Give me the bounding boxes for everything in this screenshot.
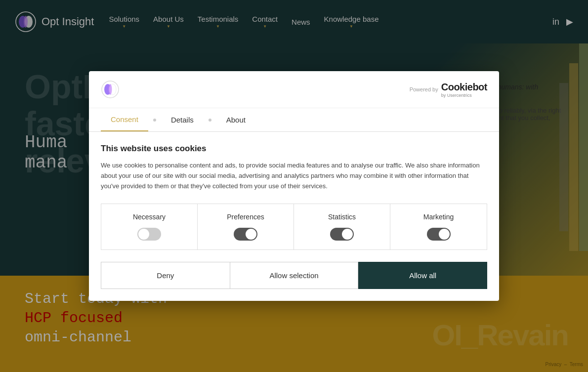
privacy-terms: Privacy – Terms [545, 362, 583, 367]
toggle-statistics: Statistics [294, 204, 390, 249]
tab-consent[interactable]: Consent [101, 108, 148, 131]
svg-point-7 [109, 84, 112, 95]
cookie-title: This website uses cookies [101, 144, 487, 154]
toggle-marketing: Marketing [390, 204, 487, 249]
tab-about[interactable]: About [216, 109, 255, 131]
toggle-necessary: Necessary [101, 204, 198, 249]
tab-details[interactable]: Details [161, 109, 204, 131]
modal-actions: Deny Allow selection Allow all [101, 262, 487, 289]
allow-all-button[interactable]: Allow all [358, 262, 487, 289]
modal-header: Powered by Cookiebot by Usercentrics [89, 71, 499, 108]
cookie-modal: Powered by Cookiebot by Usercentrics Con… [89, 71, 499, 300]
cookiebot-logo: Cookiebot by Usercentrics [441, 82, 487, 98]
toggle-preferences-switch[interactable] [234, 228, 257, 241]
toggle-preferences: Preferences [198, 204, 294, 249]
modal-tabs: Consent Details About [89, 108, 499, 132]
cookie-toggles: Necessary Preferences Statistics Marketi… [101, 204, 487, 250]
tab-dot-1 [153, 119, 156, 122]
cookiebot-badge: Powered by Cookiebot by Usercentrics [410, 82, 487, 98]
modal-logo-icon [101, 80, 120, 99]
toggle-marketing-switch[interactable] [427, 228, 451, 241]
modal-body: This website uses cookies We use cookies… [89, 132, 499, 300]
cookie-overlay: Powered by Cookiebot by Usercentrics Con… [0, 0, 588, 372]
allow-selection-button[interactable]: Allow selection [230, 262, 359, 289]
tab-dot-2 [209, 119, 211, 122]
toggle-necessary-switch[interactable] [137, 228, 161, 241]
toggle-statistics-switch[interactable] [330, 228, 354, 241]
deny-button[interactable]: Deny [101, 262, 230, 289]
terms-link[interactable]: Terms [570, 362, 583, 367]
privacy-link[interactable]: Privacy [545, 362, 561, 367]
cookie-description: We use cookies to personalise content an… [101, 161, 487, 191]
